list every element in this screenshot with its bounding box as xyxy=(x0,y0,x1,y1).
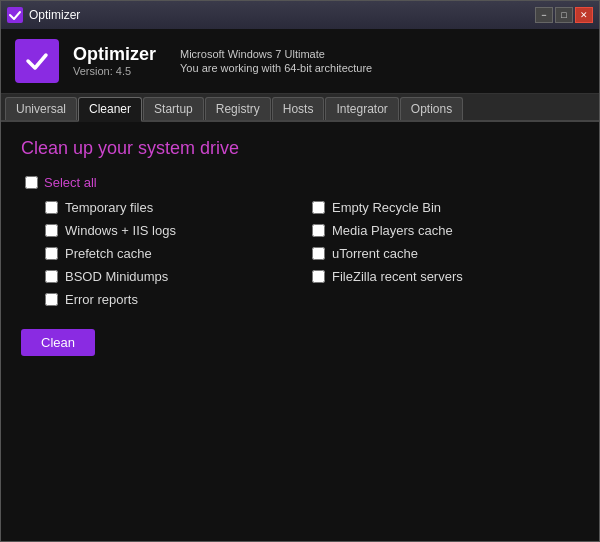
select-all-row: Select all xyxy=(25,175,579,190)
title-bar-left: Optimizer xyxy=(7,7,80,23)
tab-hosts[interactable]: Hosts xyxy=(272,97,325,120)
list-item: FileZilla recent servers xyxy=(312,269,579,284)
list-item: Windows + IIS logs xyxy=(45,223,312,238)
minimize-button[interactable]: − xyxy=(535,7,553,23)
header-logo xyxy=(15,39,59,83)
list-item: Temporary files xyxy=(45,200,312,215)
main-window: Optimizer − □ ✕ Optimizer Version: 4.5 M… xyxy=(0,0,600,542)
select-all-checkbox[interactable] xyxy=(25,176,38,189)
label-temporary-files[interactable]: Temporary files xyxy=(65,200,153,215)
checkbox-utorrent-cache[interactable] xyxy=(312,247,325,260)
title-bar-buttons: − □ ✕ xyxy=(535,7,593,23)
title-bar: Optimizer − □ ✕ xyxy=(1,1,599,29)
title-bar-text: Optimizer xyxy=(29,8,80,22)
label-error-reports[interactable]: Error reports xyxy=(65,292,138,307)
checkbox-prefetch-cache[interactable] xyxy=(45,247,58,260)
app-header: Optimizer Version: 4.5 Microsoft Windows… xyxy=(1,29,599,94)
label-filezilla-recent-servers[interactable]: FileZilla recent servers xyxy=(332,269,463,284)
tab-registry[interactable]: Registry xyxy=(205,97,271,120)
close-button[interactable]: ✕ xyxy=(575,7,593,23)
label-prefetch-cache[interactable]: Prefetch cache xyxy=(65,246,152,261)
app-version: Version: 4.5 xyxy=(73,65,156,77)
restore-button[interactable]: □ xyxy=(555,7,573,23)
header-info-line2: You are working with 64-bit architecture xyxy=(180,62,372,74)
checkbox-filezilla-recent-servers[interactable] xyxy=(312,270,325,283)
label-utorrent-cache[interactable]: uTorrent cache xyxy=(332,246,418,261)
checkbox-error-reports[interactable] xyxy=(45,293,58,306)
header-info: Microsoft Windows 7 Ultimate You are wor… xyxy=(180,48,372,74)
tab-universal[interactable]: Universal xyxy=(5,97,77,120)
select-all-label[interactable]: Select all xyxy=(44,175,97,190)
checkbox-temporary-files[interactable] xyxy=(45,201,58,214)
list-item: Prefetch cache xyxy=(45,246,312,261)
tab-startup[interactable]: Startup xyxy=(143,97,204,120)
checkbox-media-players-cache[interactable] xyxy=(312,224,325,237)
label-media-players-cache[interactable]: Media Players cache xyxy=(332,223,453,238)
tab-cleaner[interactable]: Cleaner xyxy=(78,97,142,122)
list-item: Error reports xyxy=(45,292,312,307)
list-item: BSOD Minidumps xyxy=(45,269,312,284)
checkbox-empty-recycle-bin[interactable] xyxy=(312,201,325,214)
checkbox-windows-iis-logs[interactable] xyxy=(45,224,58,237)
tab-bar: Universal Cleaner Startup Registry Hosts… xyxy=(1,94,599,122)
clean-button[interactable]: Clean xyxy=(21,329,95,356)
section-title: Clean up your system drive xyxy=(21,138,579,159)
tab-options[interactable]: Options xyxy=(400,97,463,120)
list-item: Empty Recycle Bin xyxy=(312,200,579,215)
label-windows-iis-logs[interactable]: Windows + IIS logs xyxy=(65,223,176,238)
label-empty-recycle-bin[interactable]: Empty Recycle Bin xyxy=(332,200,441,215)
app-icon xyxy=(7,7,23,23)
list-item: Media Players cache xyxy=(312,223,579,238)
col-left: Temporary files Windows + IIS logs Prefe… xyxy=(45,200,312,307)
col-right: Empty Recycle Bin Media Players cache uT… xyxy=(312,200,579,307)
header-title: Optimizer Version: 4.5 xyxy=(73,45,156,78)
tab-integrator[interactable]: Integrator xyxy=(325,97,398,120)
checkbox-items: Temporary files Windows + IIS logs Prefe… xyxy=(45,200,579,307)
checkmark-icon xyxy=(24,48,50,74)
checkbox-bsod-minidumps[interactable] xyxy=(45,270,58,283)
main-content: Clean up your system drive Select all Te… xyxy=(1,122,599,541)
app-name: Optimizer xyxy=(73,45,156,65)
list-item: uTorrent cache xyxy=(312,246,579,261)
label-bsod-minidumps[interactable]: BSOD Minidumps xyxy=(65,269,168,284)
header-info-line1: Microsoft Windows 7 Ultimate xyxy=(180,48,372,60)
